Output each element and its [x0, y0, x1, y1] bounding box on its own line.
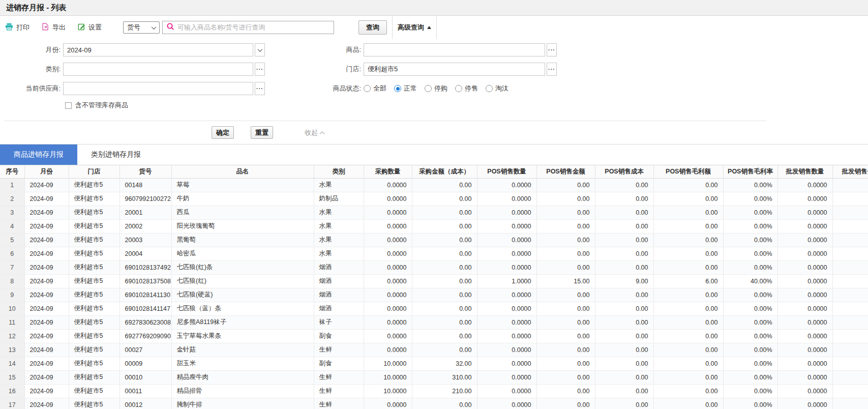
cell: 0.0000: [477, 178, 536, 192]
cell: 尼多熊A8119袜子: [171, 315, 314, 329]
table-row[interactable]: 62024-09便利超市520004哈密瓜水果0.00000.000.00000…: [0, 247, 868, 260]
table-row[interactable]: 92024-09便利超市56901028141130七匹狼(硬蓝)烟酒0.000…: [0, 288, 868, 302]
cell: 32.00: [412, 357, 477, 370]
column-header[interactable]: 月份: [24, 165, 69, 178]
table-row[interactable]: 142024-09便利超市500009甜玉米副食10.000032.000.00…: [0, 357, 868, 370]
column-header[interactable]: 门店: [69, 165, 119, 178]
export-button[interactable]: 导出: [42, 23, 66, 32]
cell: 0.00: [653, 247, 723, 260]
category-input[interactable]: [63, 63, 253, 76]
cell: 10: [0, 302, 24, 315]
category-picker-button[interactable]: ···: [255, 63, 265, 76]
column-header[interactable]: 类别: [314, 165, 364, 178]
cell: 0.00: [412, 219, 477, 233]
cell: 0.0000: [364, 315, 412, 329]
advanced-filter-panel: 月份: 2024-09 商品: ··· 类别: ··· 门店: 便利超市5 ··…: [0, 39, 868, 144]
status-radio-停售[interactable]: 停售: [455, 84, 478, 93]
cell: 2024-09: [24, 247, 69, 260]
table-row[interactable]: 162024-09便利超市500011精品排骨生鲜10.0000210.000.…: [0, 384, 868, 398]
status-radio-全部[interactable]: 全部: [364, 84, 386, 93]
column-header[interactable]: 批发销售金额: [832, 165, 868, 178]
status-radio-正常[interactable]: 正常: [394, 84, 417, 93]
tab-product-monthly[interactable]: 商品进销存月报: [0, 144, 77, 165]
product-input[interactable]: [364, 43, 545, 56]
table-row[interactable]: 172024-09便利超市500012腌制牛排生鲜0.00000.000.000…: [0, 398, 868, 409]
column-header[interactable]: 货号: [119, 165, 171, 178]
cell: 0.0000: [777, 178, 832, 192]
month-dropdown-button[interactable]: [255, 43, 265, 56]
radio-icon: [455, 85, 462, 92]
collapse-button[interactable]: 收起: [305, 128, 324, 137]
column-header[interactable]: POS销售金额: [536, 165, 595, 178]
cell: 6901028137492: [119, 260, 171, 274]
category-label: 类别:: [0, 65, 63, 74]
table-row[interactable]: 112024-09便利超市56927830623008尼多熊A8119袜子袜子0…: [0, 315, 868, 329]
advanced-query-button[interactable]: 高级查询: [392, 16, 437, 39]
table-row[interactable]: 32024-09便利超市520001西瓜水果0.00000.000.00000.…: [0, 206, 868, 219]
product-label: 商品:: [265, 45, 364, 54]
table-row[interactable]: 122024-09便利超市56927769209090玉宁草莓水果条副食0.00…: [0, 329, 868, 343]
confirm-button[interactable]: 确定: [212, 126, 234, 139]
print-button[interactable]: 打印: [5, 23, 29, 32]
cell: 0.00: [653, 398, 723, 409]
table-row[interactable]: 12024-09便利超市500148草莓水果0.00000.000.00000.…: [0, 178, 868, 192]
month-select[interactable]: 2024-09: [63, 43, 253, 56]
column-header[interactable]: 批发销售数量: [777, 165, 832, 178]
cell: 生鲜: [314, 343, 364, 357]
search-type-select[interactable]: 货号: [123, 21, 160, 34]
supplier-picker-button[interactable]: ···: [255, 82, 265, 95]
column-header[interactable]: 采购数量: [364, 165, 412, 178]
checkbox-icon[interactable]: [65, 102, 72, 109]
column-header[interactable]: POS销售成本: [595, 165, 653, 178]
product-picker-button[interactable]: ···: [547, 43, 557, 56]
cell: 便利超市5: [69, 343, 119, 357]
cell: 0.0000: [777, 274, 832, 288]
store-picker-button[interactable]: ···: [547, 63, 557, 76]
settings-button[interactable]: 设置: [78, 23, 102, 32]
status-radio-label: 正常: [404, 84, 417, 93]
table-row[interactable]: 132024-09便利超市500027金针菇生鲜0.00000.000.0000…: [0, 343, 868, 357]
cell: 0.00: [595, 343, 653, 357]
status-radio-淘汰[interactable]: 淘汰: [486, 84, 508, 93]
table-row[interactable]: 22024-09便利超市59607992100272牛奶奶制品0.00000.0…: [0, 192, 868, 206]
table-row[interactable]: 42024-09便利超市520002阳光玫瑰葡萄水果0.00000.000.00…: [0, 219, 868, 233]
query-button[interactable]: 查询: [358, 20, 387, 35]
table-row[interactable]: 52024-09便利超市520003黑葡萄水果0.00000.000.00000…: [0, 233, 868, 247]
cell: 1.0000: [477, 274, 536, 288]
column-header[interactable]: 品名: [171, 165, 314, 178]
cell: 17: [0, 398, 24, 409]
cell: 0.0000: [777, 288, 832, 302]
cell: 11: [0, 315, 24, 329]
cell: 0.0000: [477, 192, 536, 206]
report-table-wrap: 序号月份门店货号品名类别采购数量采购金额（成本）POS销售数量POS销售金额PO…: [0, 165, 868, 409]
table-row[interactable]: 102024-09便利超市56901028141147七匹狼（蓝）条烟酒0.00…: [0, 302, 868, 315]
column-header[interactable]: POS销售毛利额: [653, 165, 723, 178]
include-unmanaged-checkbox-row[interactable]: 含不管理库存商品: [65, 101, 868, 109]
cell: 0.0000: [477, 233, 536, 247]
cell: 0.00: [412, 247, 477, 260]
supplier-input[interactable]: [63, 82, 253, 95]
cell: 0.0000: [477, 357, 536, 370]
column-header[interactable]: POS销售数量: [477, 165, 536, 178]
cell: 13: [0, 343, 24, 357]
search-input[interactable]: 可输入商品名称/货号进行查询: [162, 21, 334, 34]
cell: 0.0000: [777, 233, 832, 247]
cell: 00012: [119, 398, 171, 409]
status-radio-停购[interactable]: 停购: [425, 84, 447, 93]
cell: 0.0000: [477, 260, 536, 274]
column-header[interactable]: 采购金额（成本）: [412, 165, 477, 178]
table-row[interactable]: 152024-09便利超市500010精品瘦牛肉生鲜10.0000310.000…: [0, 370, 868, 384]
column-header[interactable]: 序号: [0, 165, 24, 178]
reset-button[interactable]: 重置: [251, 126, 273, 139]
cell: 00010: [119, 370, 171, 384]
tab-category-monthly[interactable]: 类别进销存月报: [77, 144, 155, 165]
cell: 0.00%: [723, 192, 777, 206]
column-header[interactable]: POS销售毛利率: [723, 165, 777, 178]
table-row[interactable]: 72024-09便利超市56901028137492七匹狼(红)条烟酒0.000…: [0, 260, 868, 274]
cell: 0.0000: [364, 178, 412, 192]
cell: 0.00%: [723, 370, 777, 384]
cell: 0.0000: [364, 260, 412, 274]
table-header-row: 序号月份门店货号品名类别采购数量采购金额（成本）POS销售数量POS销售金额PO…: [0, 165, 868, 178]
store-input[interactable]: 便利超市5: [364, 63, 545, 76]
table-row[interactable]: 82024-09便利超市56901028137508七匹狼(红)烟酒0.0000…: [0, 274, 868, 288]
